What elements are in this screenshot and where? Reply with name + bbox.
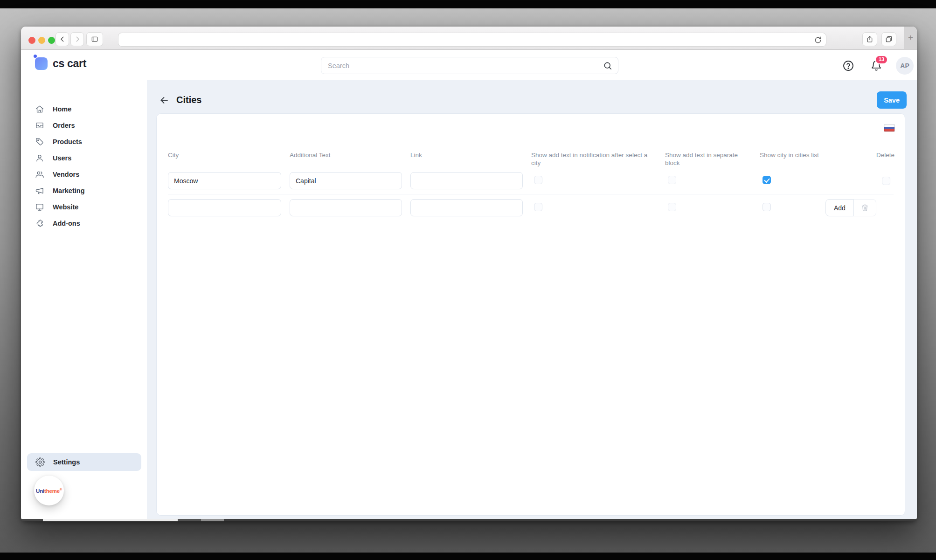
user-icon [35, 153, 44, 163]
cities-card: City Additional Text Link Show add text … [156, 113, 905, 516]
address-bar[interactable] [118, 33, 826, 47]
page-viewport: cs cart 13 AP [21, 50, 917, 521]
show-in-separate-block-checkbox[interactable] [668, 176, 676, 184]
avatar[interactable]: AP [896, 57, 914, 75]
help-icon[interactable] [842, 60, 854, 72]
cities-table: City Additional Text Link Show add text … [157, 114, 905, 216]
share-icon [866, 35, 874, 43]
sidebar-item-settings[interactable]: Settings [27, 453, 141, 471]
logo-text: cs cart [53, 57, 86, 70]
window-bottom-edge [21, 519, 917, 521]
page-title: Cities [176, 95, 201, 105]
show-in-separate-block-checkbox[interactable] [668, 203, 676, 211]
column-header-show-city-in-list: Show city in cities list [760, 151, 825, 167]
address-input[interactable] [118, 33, 826, 46]
unitheme-badge[interactable]: Unitheme® [34, 476, 64, 505]
main-content: Cities Save City Additional Text Link Sh… [147, 80, 917, 521]
tab-overview-button[interactable] [881, 32, 896, 46]
minimize-button[interactable] [38, 37, 45, 44]
column-header-show-in-notification: Show add text in notification after sele… [531, 151, 665, 167]
show-city-in-list-checkbox[interactable] [763, 176, 771, 184]
tabs-icon [885, 35, 893, 43]
add-button[interactable]: Add [825, 199, 854, 216]
row-actions: Add [825, 199, 876, 216]
column-header-city: City [168, 151, 290, 167]
column-header-link: Link [410, 151, 531, 167]
delete-checkbox[interactable] [882, 177, 890, 185]
column-header-delete: Delete [825, 151, 894, 167]
sidebar-item-marketing[interactable]: Marketing [21, 182, 147, 199]
link-input[interactable] [410, 199, 523, 216]
new-tab-button[interactable]: + [904, 27, 917, 49]
home-icon [35, 104, 44, 114]
page-header: Cities Save [159, 91, 907, 109]
search-icon [603, 61, 612, 70]
save-button[interactable]: Save [877, 91, 907, 109]
sidebar-item-website[interactable]: Website [21, 199, 147, 215]
search-bar[interactable] [321, 57, 618, 74]
additional-text-input[interactable] [290, 199, 402, 216]
search-input[interactable] [321, 57, 618, 74]
show-in-notification-checkbox[interactable] [534, 176, 542, 184]
close-button[interactable] [28, 37, 35, 44]
column-header-additional-text: Additional Text [290, 151, 410, 167]
puzzle-icon [35, 219, 44, 228]
vendors-icon [35, 170, 44, 179]
browser-window: + cs cart 13 AP [21, 27, 917, 521]
back-button[interactable] [55, 32, 69, 46]
trash-icon [861, 204, 869, 212]
forward-button[interactable] [70, 32, 84, 46]
logo-mark-icon [35, 57, 48, 70]
share-button[interactable] [862, 32, 877, 46]
sidebar-item-addons[interactable]: Add-ons [21, 215, 147, 231]
reload-icon[interactable] [814, 36, 822, 44]
table-row [168, 167, 894, 194]
column-header-show-in-separate-block: Show add text in separate block [665, 151, 760, 167]
desktop-background: + cs cart 13 AP [0, 0, 936, 560]
orders-icon [35, 121, 44, 130]
chevron-left-icon [59, 35, 66, 43]
browser-toolbar: + [21, 27, 917, 50]
products-icon [35, 137, 44, 146]
show-in-notification-checkbox[interactable] [534, 203, 542, 211]
link-input[interactable] [410, 172, 523, 189]
table-row-new: Add [168, 194, 894, 216]
city-input[interactable] [168, 199, 281, 216]
notification-count-badge: 13 [875, 55, 888, 64]
additional-text-input[interactable] [290, 172, 402, 189]
chevron-right-icon [74, 35, 81, 43]
table-header-row: City Additional Text Link Show add text … [168, 151, 894, 167]
show-city-in-list-checkbox[interactable] [763, 203, 771, 211]
letterbox-bottom [0, 553, 936, 560]
notifications-button[interactable]: 13 [870, 60, 882, 72]
sidebar-item-users[interactable]: Users [21, 150, 147, 166]
monitor-icon [35, 202, 44, 212]
sidebar-item-vendors[interactable]: Vendors [21, 166, 147, 182]
megaphone-icon [35, 186, 44, 195]
zoom-button[interactable] [48, 37, 55, 44]
sidebar-item-orders[interactable]: Orders [21, 117, 147, 133]
letterbox-top [0, 0, 936, 8]
cs-cart-logo[interactable]: cs cart [35, 57, 86, 70]
sidebar-item-home[interactable]: Home [21, 101, 147, 117]
sidebar-panel-icon [91, 35, 98, 43]
gear-icon [35, 457, 45, 467]
russian-flag-icon[interactable] [884, 124, 895, 132]
city-input[interactable] [168, 172, 281, 189]
plus-icon: + [908, 33, 913, 43]
delete-row-button[interactable] [854, 199, 876, 216]
app-header: cs cart 13 AP [21, 50, 917, 80]
sidebar-toggle-button[interactable] [86, 32, 103, 46]
back-arrow-icon[interactable] [159, 95, 170, 106]
sidebar-item-products[interactable]: Products [21, 133, 147, 150]
